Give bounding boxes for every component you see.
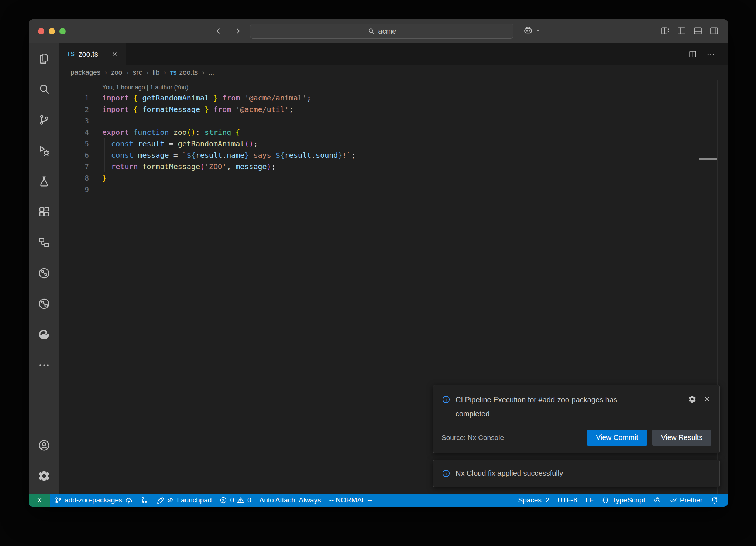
activity-accounts[interactable] (29, 430, 59, 461)
toggle-primary-sidebar-button[interactable] (677, 26, 687, 36)
copilot-menu[interactable] (523, 25, 542, 36)
code-line-3[interactable]: 3 (59, 115, 728, 126)
link-icon (166, 496, 174, 504)
breadcrumb-item-src[interactable]: src (133, 68, 142, 76)
back-button[interactable] (215, 27, 224, 35)
activity-testing[interactable] (29, 166, 59, 197)
activity-nx-cloud[interactable] (29, 289, 59, 319)
close-window-button[interactable] (38, 28, 44, 34)
zoom-window-button[interactable] (59, 28, 66, 34)
line-number: 6 (59, 151, 89, 159)
status-auto-attach[interactable]: Auto Attach: Always (255, 494, 325, 507)
line-number: 7 (59, 163, 89, 171)
status-encoding[interactable]: UTF-8 (553, 494, 581, 507)
toggle-panel-button[interactable] (693, 26, 703, 36)
notification-message: Nx Cloud fix applied successfully (456, 469, 711, 478)
breadcrumb: packages›zoo›src›lib›TSzoo.ts›... (59, 65, 728, 80)
status-language-mode[interactable]: TypeScript (598, 494, 649, 507)
status-problems[interactable]: 00 (216, 494, 255, 507)
code-line-4[interactable]: 4export function zoo(): string { (59, 126, 728, 138)
status-remote-indicator[interactable] (29, 494, 50, 507)
activity-remote-explorer[interactable] (29, 227, 59, 258)
code-line-7[interactable]: 7 return formatMessage('ZOO', message); (59, 161, 728, 172)
status-git-branch[interactable]: add-zoo-packages (50, 494, 137, 507)
beaker-icon (38, 175, 51, 188)
account-icon (38, 439, 51, 452)
status-git-branch-label: add-zoo-packages (65, 496, 122, 504)
view-commit-button[interactable]: View Commit (587, 430, 647, 446)
breadcrumb-separator: › (202, 68, 204, 76)
status-nx-launchpad-label: Launchpad (177, 496, 212, 504)
code-line-9[interactable]: 9 (59, 184, 728, 195)
activity-edge-tools[interactable] (29, 319, 59, 350)
indent-guide (104, 161, 105, 172)
breadcrumb-item-symbol[interactable]: ... (209, 68, 214, 76)
gear-icon (38, 470, 51, 482)
code-line-5[interactable]: 5 const result = getRandomAnimal(); (59, 138, 728, 149)
activity-additional-views[interactable] (29, 350, 59, 381)
activity-search[interactable] (29, 74, 59, 105)
tab-zoo-ts[interactable]: TS zoo.ts (59, 43, 126, 65)
status-auto-attach-label: Auto Attach: Always (260, 496, 321, 504)
activity-run-and-debug[interactable] (29, 135, 59, 166)
view-results-button[interactable]: View Results (652, 430, 711, 446)
activity-nx-console[interactable] (29, 258, 59, 289)
code-line-8[interactable]: 8} (59, 172, 728, 184)
activity-explorer[interactable] (29, 43, 59, 74)
toggle-secondary-sidebar-button[interactable] (709, 26, 719, 36)
info-icon (441, 395, 451, 404)
status-eol[interactable]: LF (581, 494, 598, 507)
breadcrumb-item-lib[interactable]: lib (152, 68, 159, 76)
activity-source-control[interactable] (29, 105, 59, 135)
indent-guide (104, 138, 105, 149)
code-text: } (102, 174, 107, 182)
customize-layout-button[interactable] (660, 26, 670, 36)
nx-a-icon (38, 267, 51, 280)
braces-icon (602, 496, 609, 504)
tab-close-icon[interactable] (111, 50, 118, 58)
search-icon (367, 27, 375, 35)
editor-more-actions[interactable] (706, 50, 715, 59)
minimize-window-button[interactable] (49, 28, 55, 34)
titlebar: acme (29, 19, 728, 43)
status-nx-launchpad[interactable]: Launchpad (152, 494, 216, 507)
breadcrumb-item-file[interactable]: TSzoo.ts (170, 68, 198, 76)
activity-extensions[interactable] (29, 197, 59, 227)
notification-settings-icon[interactable] (688, 395, 697, 403)
code-line-1[interactable]: 1import { getRandomAnimal } from '@acme/… (59, 92, 728, 103)
line-number: 5 (59, 140, 89, 148)
breadcrumb-item-packages[interactable]: packages (71, 68, 100, 76)
overview-ruler-mark (699, 158, 717, 160)
activity-bar (29, 43, 59, 494)
code-text: return formatMessage('ZOO', message); (102, 162, 276, 171)
breadcrumb-item-zoo[interactable]: zoo (111, 68, 123, 76)
status-copilot-status[interactable] (649, 494, 666, 507)
files-icon (38, 52, 51, 65)
notification-center: CI Pipeline Execution for #add-zoo-packa… (433, 385, 720, 487)
notification-message: CI Pipeline Execution for #add-zoo-packa… (456, 393, 640, 421)
warning-icon (237, 496, 244, 504)
notification-close-icon[interactable] (703, 395, 711, 403)
line-number: 3 (59, 117, 89, 125)
code-line-6[interactable]: 6 const message = `${result.name} says $… (59, 149, 728, 161)
status-git-graph[interactable] (137, 494, 152, 507)
code-text: import { formatMessage } from '@acme/uti… (102, 105, 293, 114)
command-center-search[interactable]: acme (250, 24, 513, 39)
chevron-down-icon (535, 27, 542, 34)
indent-guide (104, 149, 105, 161)
forward-button[interactable] (232, 27, 241, 35)
status-vim-mode[interactable]: -- NORMAL -- (325, 494, 376, 507)
copilot-icon (653, 496, 662, 504)
activity-manage[interactable] (29, 461, 59, 491)
codelens-blame[interactable]: You, 1 hour ago | 1 author (You) (102, 82, 728, 92)
rocket-icon (156, 496, 164, 504)
status-indentation[interactable]: Spaces: 2 (514, 494, 553, 507)
status-notifications-bell[interactable] (707, 494, 722, 507)
references-icon (38, 236, 51, 249)
status-formatter[interactable]: Prettier (666, 494, 707, 507)
copilot-icon (523, 25, 533, 36)
status-problems-label: 0 (247, 496, 251, 504)
double-check-icon (670, 496, 677, 504)
split-editor-button[interactable] (688, 50, 697, 59)
code-line-2[interactable]: 2import { formatMessage } from '@acme/ut… (59, 103, 728, 115)
